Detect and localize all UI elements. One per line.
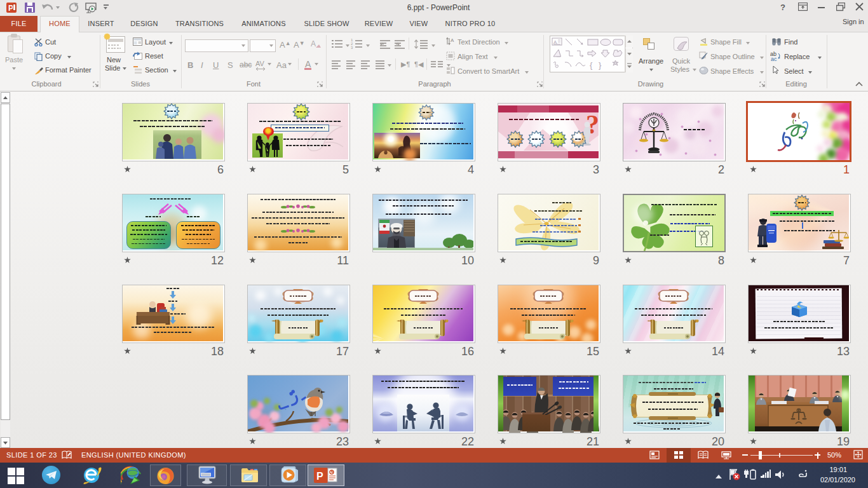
svg-text:A: A (451, 37, 454, 43)
svg-text:{: { (590, 60, 593, 70)
svg-text:ac: ac (771, 56, 777, 61)
svg-text:}: } (599, 60, 602, 70)
svg-text:A: A (311, 39, 316, 48)
svg-text:P: P (316, 471, 323, 482)
